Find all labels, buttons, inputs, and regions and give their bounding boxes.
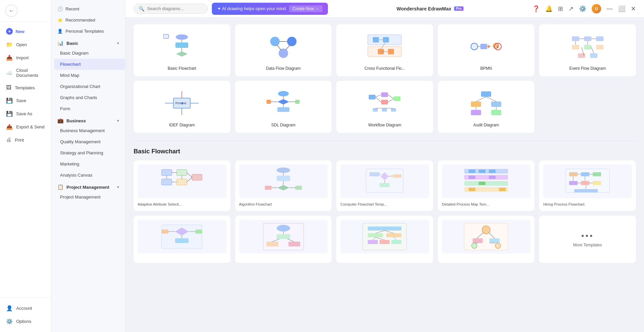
svg-marker-96 [277, 185, 289, 190]
sidebar-item-import[interactable]: 📥 Import [0, 51, 51, 64]
diagram-card-sdl[interactable]: SDL Diagram [235, 81, 332, 133]
svg-point-52 [278, 91, 289, 96]
template-card-img-computer [340, 164, 429, 198]
nav-analysis-label: Analysis Canvas [60, 173, 92, 178]
sidebar-item-account[interactable]: 👤 Account [0, 302, 51, 315]
sidebar-item-export[interactable]: 📤 Export & Send [0, 120, 51, 133]
diagram-card-idef[interactable]: Process IDEF Diagram [134, 81, 230, 133]
diagram-card-audit[interactable]: Audit Diagram [438, 81, 535, 133]
apps-icon[interactable]: ⊞ [558, 5, 563, 12]
share-icon[interactable]: ↗ [568, 5, 573, 12]
template-card-tpl9[interactable] [438, 216, 535, 263]
svg-rect-34 [572, 45, 579, 50]
sidebar-item-print[interactable]: 🖨 Print [0, 133, 51, 146]
svg-rect-15 [373, 37, 379, 42]
nav-mind-map[interactable]: Mind Map [54, 70, 125, 81]
nav-strategy[interactable]: Strategy and Planning [54, 147, 125, 158]
bell-icon[interactable]: 🔔 [545, 5, 553, 12]
nav-org-chart[interactable]: Organizational Chart [54, 81, 125, 92]
minimize-icon[interactable]: — [607, 5, 613, 12]
diagram-card-label-audit: Audit Diagram [473, 123, 499, 127]
sidebar-item-account-label: Account [16, 306, 32, 311]
svg-rect-140 [175, 238, 189, 243]
svg-point-9 [279, 49, 288, 58]
diagram-card-data-flow[interactable]: Data Flow Diagram [235, 24, 332, 76]
template-card-img-tpl8 [340, 220, 429, 253]
export-icon: 📤 [6, 124, 13, 130]
diagram-card-workflow[interactable]: Workflow Diagram [336, 81, 433, 133]
sidebar-item-cloud[interactable]: ☁️ Cloud Documents [0, 64, 51, 81]
help-icon[interactable]: ❓ [532, 5, 540, 12]
diagram-card-label-sdl: SDL Diagram [271, 123, 296, 127]
diagram-card-bpmn[interactable]: E BPMN [438, 24, 535, 76]
nav-recent-label: Recent [65, 6, 79, 11]
ai-banner[interactable]: ✦ AI drawing helps open your mind Create… [212, 3, 328, 15]
nav-project-submenu: Project Management [51, 191, 125, 203]
nav-personal-templates[interactable]: 👤 Personal Templates [51, 26, 125, 37]
svg-rect-33 [596, 36, 604, 41]
business-chevron-icon: ▾ [117, 119, 119, 123]
template-card-img-algorithm [239, 164, 328, 198]
template-card-computer[interactable]: Computer Flowchart Temp... [336, 160, 433, 211]
sidebar-item-open-label: Open [16, 42, 27, 47]
svg-line-91 [187, 177, 192, 182]
project-section-icon: 📋 [57, 184, 64, 190]
sidebar-item-save[interactable]: 💾 Save [0, 94, 51, 107]
template-card-detailed[interactable]: Detailed Process Map Tem... [438, 160, 535, 211]
template-card-algorithm[interactable]: Algorithm Flowchart [235, 160, 332, 211]
template-card-hiring[interactable]: Hiring Process Flowchart [539, 160, 636, 211]
search-input[interactable] [147, 6, 201, 11]
section-divider [134, 141, 636, 141]
nav-biz-mgmt[interactable]: Business Management [54, 125, 125, 136]
nav-proj-mgmt[interactable]: Project Management [54, 191, 125, 203]
diagram-card-cross-functional[interactable]: Cross Functional Flo... [336, 24, 433, 76]
svg-rect-16 [383, 37, 389, 42]
more-templates-card[interactable]: ••• More Templates [539, 216, 636, 263]
settings-icon[interactable]: ⚙️ [579, 5, 586, 12]
nav-marketing[interactable]: Marketing [54, 158, 125, 170]
nav-section-business[interactable]: 💼 Business ▾ [51, 114, 125, 125]
sidebar-item-saveas[interactable]: 💾 Save As [0, 107, 51, 120]
nav-section-basic[interactable]: 📊 Basic ▾ [51, 37, 125, 48]
svg-point-7 [270, 37, 280, 46]
nav-basic-diagram[interactable]: Basic Diagram [54, 48, 125, 59]
nav-analysis[interactable]: Analysis Canvas [54, 170, 125, 181]
diagram-card-basic-flowchart[interactable]: AI Basic Flowchart [134, 24, 230, 76]
nav-quality-mgmt[interactable]: Quality Management [54, 136, 125, 147]
svg-rect-157 [386, 233, 401, 237]
sidebar-item-open[interactable]: 📁 Open [0, 38, 51, 51]
svg-rect-143 [162, 230, 168, 234]
maximize-icon[interactable]: ⬜ [618, 5, 625, 12]
svg-rect-84 [162, 179, 172, 185]
create-now-button[interactable]: Create Now → [289, 5, 323, 12]
sidebar-item-new[interactable]: + New [0, 25, 51, 38]
template-card-adaptive[interactable]: Adaptive Attribute Selecti... [134, 160, 230, 211]
template-card-tpl6[interactable] [134, 216, 230, 263]
nav-recent[interactable]: 🕐 Recent [51, 3, 125, 14]
diagram-card-img-idef: Process [139, 86, 225, 120]
nav-recommended[interactable]: ⭐ Recommended [51, 14, 125, 26]
svg-rect-62 [381, 92, 388, 97]
search-bar[interactable]: 🔍 [134, 4, 208, 14]
nav-form[interactable]: Form [54, 103, 125, 114]
nav-section-project[interactable]: 📋 Project Management ▾ [51, 181, 125, 191]
diagram-card-event-flow[interactable]: Event Flow Diagram [539, 24, 636, 76]
back-button[interactable]: ← [5, 5, 18, 17]
svg-rect-117 [489, 170, 496, 173]
template-card-img-hiring [543, 164, 632, 198]
nav-biz-mgmt-label: Business Management [60, 128, 105, 133]
ai-banner-text: ✦ AI drawing helps open your mind [217, 6, 286, 11]
nav-section-business-label: Business [66, 118, 86, 123]
nav-graphs[interactable]: Graphs and Charts [54, 92, 125, 103]
avatar[interactable]: U [592, 4, 601, 13]
svg-rect-86 [177, 179, 187, 185]
sidebar-item-templates[interactable]: 🖼 Templates [0, 81, 51, 94]
sidebar-item-options[interactable]: ⚙️ Options [0, 315, 51, 328]
template-card-tpl8[interactable] [336, 216, 433, 263]
diagram-card-label-cross-functional: Cross Functional Flo... [364, 66, 405, 71]
svg-line-90 [187, 173, 192, 177]
template-card-tpl7[interactable] [235, 216, 332, 263]
close-icon[interactable]: ✕ [631, 5, 636, 12]
nav-flowchart[interactable]: Flowchart [54, 59, 125, 70]
svg-rect-35 [584, 45, 591, 50]
